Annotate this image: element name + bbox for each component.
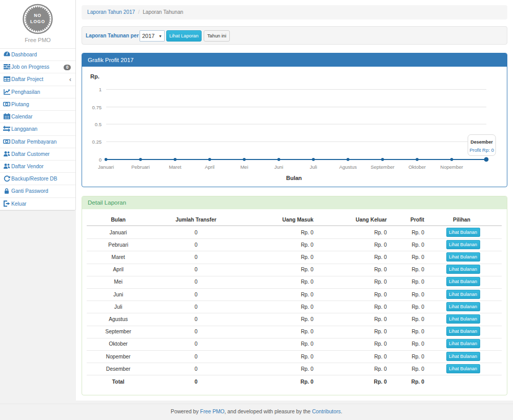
svg-text:0: 0 <box>99 157 102 163</box>
svg-text:1: 1 <box>99 87 102 92</box>
svg-text:Januari: Januari <box>98 164 114 170</box>
svg-text:0.75: 0.75 <box>92 105 102 110</box>
svg-text:September: September <box>370 164 394 170</box>
svg-text:0.5: 0.5 <box>95 122 102 127</box>
svg-text:Nopember: Nopember <box>440 164 463 170</box>
svg-text:Maret: Maret <box>169 164 182 170</box>
svg-text:Pebruari: Pebruari <box>131 164 150 170</box>
svg-text:Desember: Desember <box>470 139 493 145</box>
svg-text:Juni: Juni <box>274 164 283 170</box>
svg-text:0.25: 0.25 <box>92 139 102 145</box>
svg-text:Oktober: Oktober <box>408 164 426 170</box>
svg-text:Agustus: Agustus <box>339 164 357 170</box>
svg-text:Juli: Juli <box>310 164 317 170</box>
svg-text:LOGO: LOGO <box>30 19 45 24</box>
svg-text:Rp.: Rp. <box>90 73 100 79</box>
svg-text:Bulan: Bulan <box>286 175 302 181</box>
svg-text:NO: NO <box>34 13 42 18</box>
svg-text:Profit Rp: 0: Profit Rp: 0 <box>469 147 494 153</box>
svg-text:Mei: Mei <box>240 164 248 170</box>
svg-text:April: April <box>205 164 214 170</box>
